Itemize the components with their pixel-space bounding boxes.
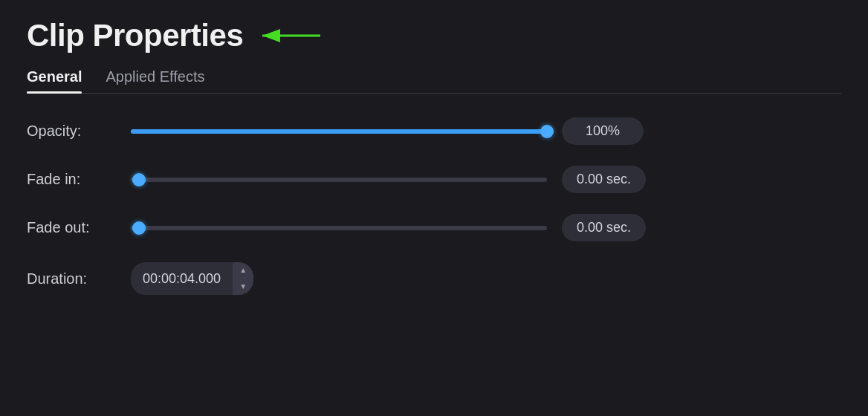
fade-in-slider[interactable] (131, 171, 547, 189)
fade-out-label: Fade out: (27, 219, 116, 236)
tabs-row: General Applied Effects (27, 68, 841, 94)
duration-input[interactable]: 00:00:04.000 ▲ ▼ (131, 262, 253, 295)
duration-label: Duration: (27, 270, 116, 287)
duration-row: Duration: 00:00:04.000 ▲ ▼ (27, 262, 841, 295)
opacity-fill (131, 129, 547, 134)
fade-in-label: Fade in: (27, 171, 116, 188)
fade-out-thumb[interactable] (132, 221, 146, 235)
tab-applied-effects[interactable]: Applied Effects (106, 68, 204, 93)
fade-out-row: Fade out: 0.00 sec. (27, 214, 841, 241)
duration-decrement[interactable]: ▼ (233, 279, 253, 295)
fade-out-slider[interactable] (131, 219, 547, 237)
header-row: Clip Properties (27, 18, 841, 53)
fade-out-value: 0.00 sec. (562, 214, 646, 241)
fade-out-track (131, 226, 547, 230)
green-arrow-icon (255, 21, 322, 51)
duration-increment[interactable]: ▲ (233, 262, 253, 279)
opacity-label: Opacity: (27, 123, 116, 140)
arrow-annotation (255, 21, 322, 51)
fade-in-track (131, 178, 547, 182)
duration-spinners: ▲ ▼ (233, 262, 253, 295)
fade-in-row: Fade in: 0.00 sec. (27, 166, 841, 193)
properties-section: Opacity: 100% Fade in: 0.00 sec. Fade ou… (27, 117, 841, 295)
opacity-row: Opacity: 100% (27, 117, 841, 145)
duration-value: 00:00:04.000 (131, 271, 233, 287)
tab-general[interactable]: General (27, 68, 82, 93)
opacity-thumb[interactable] (540, 125, 554, 138)
fade-in-thumb[interactable] (132, 173, 146, 186)
page-title: Clip Properties (27, 18, 243, 53)
fade-in-value: 0.00 sec. (562, 166, 646, 193)
opacity-slider[interactable] (131, 123, 547, 140)
opacity-value: 100% (562, 117, 644, 145)
opacity-track (131, 129, 547, 134)
